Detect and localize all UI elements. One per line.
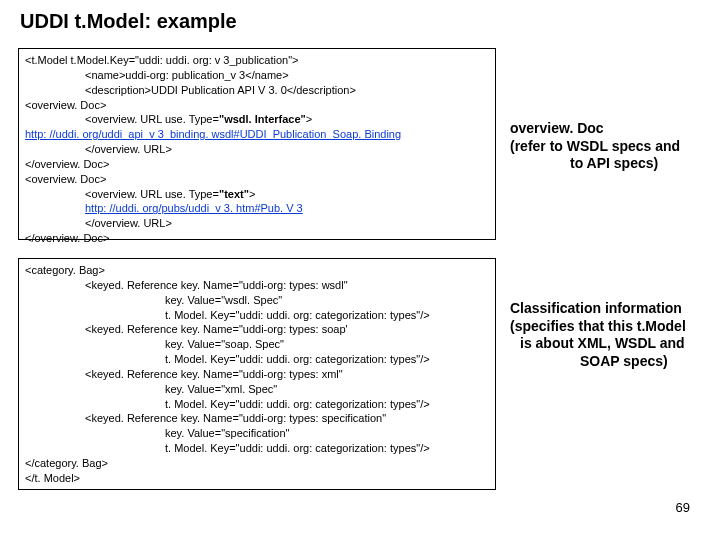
code-line: key. Value="xml. Spec" — [25, 382, 489, 397]
code-line: http: //uddi. org/uddi_api_v 3_binding. … — [25, 127, 489, 142]
code-attr-bold: "text" — [219, 188, 249, 200]
code-line: t. Model. Key="uddi: uddi. org: categori… — [25, 352, 489, 367]
code-line: key. Value="specification" — [25, 426, 489, 441]
code-line: </overview. Doc> — [25, 157, 489, 172]
code-line: <keyed. Reference key. Name="uddi-org: t… — [25, 278, 489, 293]
annotation-line: (specifies that this t.Model — [510, 318, 710, 336]
code-line: <overview. URL use. Type="text"> — [25, 187, 489, 202]
code-line: <keyed. Reference key. Name="uddi-org: t… — [25, 322, 489, 337]
code-text: > — [249, 188, 255, 200]
annotation-line: to API specs) — [510, 155, 710, 173]
code-line: </overview. URL> — [25, 216, 489, 231]
url-link[interactable]: http: //uddi. org/uddi_api_v 3_binding. … — [25, 128, 401, 140]
code-line: t. Model. Key="uddi: uddi. org: categori… — [25, 397, 489, 412]
annotation-line: (refer to WSDL specs and — [510, 138, 710, 156]
code-line: key. Value="soap. Spec" — [25, 337, 489, 352]
code-text: <overview. URL use. Type= — [85, 188, 219, 200]
annotation-classification: Classification information (specifies th… — [510, 300, 710, 370]
code-box-category: <category. Bag> <keyed. Reference key. N… — [18, 258, 496, 490]
code-line: <name>uddi-org: publication_v 3</name> — [25, 68, 489, 83]
annotation-overview: overview. Doc (refer to WSDL specs and t… — [510, 120, 710, 173]
code-line: <overview. Doc> — [25, 98, 489, 113]
annotation-line: SOAP specs) — [510, 353, 710, 371]
code-line: t. Model. Key="uddi: uddi. org: categori… — [25, 441, 489, 456]
code-line: <t.Model t.Model.Key="uddi: uddi. org: v… — [25, 53, 489, 68]
code-line: <category. Bag> — [25, 263, 489, 278]
code-box-overview: <t.Model t.Model.Key="uddi: uddi. org: v… — [18, 48, 496, 240]
annotation-line: is about XML, WSDL and — [510, 335, 710, 353]
code-line: </t. Model> — [25, 471, 489, 486]
code-line: <overview. URL use. Type="wsdl. Interfac… — [25, 112, 489, 127]
code-line: </category. Bag> — [25, 456, 489, 471]
page-number: 69 — [676, 500, 690, 515]
code-text: > — [306, 113, 312, 125]
code-line: <keyed. Reference key. Name="uddi-org: t… — [25, 411, 489, 426]
code-line: t. Model. Key="uddi: uddi. org: categori… — [25, 308, 489, 323]
code-text: <overview. URL use. Type= — [85, 113, 219, 125]
code-line: <overview. Doc> — [25, 172, 489, 187]
code-line: key. Value="wsdl. Spec" — [25, 293, 489, 308]
code-line: <description>UDDI Publication API V 3. 0… — [25, 83, 489, 98]
code-line: http: //uddi. org/pubs/uddi_v 3. htm#Pub… — [25, 201, 489, 216]
code-line: </overview. URL> — [25, 142, 489, 157]
annotation-line: overview. Doc — [510, 120, 710, 138]
slide-title: UDDI t.Model: example — [0, 0, 720, 33]
code-line: </overview. Doc> — [25, 231, 489, 246]
annotation-line: Classification information — [510, 300, 710, 318]
url-link[interactable]: http: //uddi. org/pubs/uddi_v 3. htm#Pub… — [85, 202, 303, 214]
code-attr-bold: "wsdl. Interface" — [219, 113, 306, 125]
code-line: <keyed. Reference key. Name="uddi-org: t… — [25, 367, 489, 382]
